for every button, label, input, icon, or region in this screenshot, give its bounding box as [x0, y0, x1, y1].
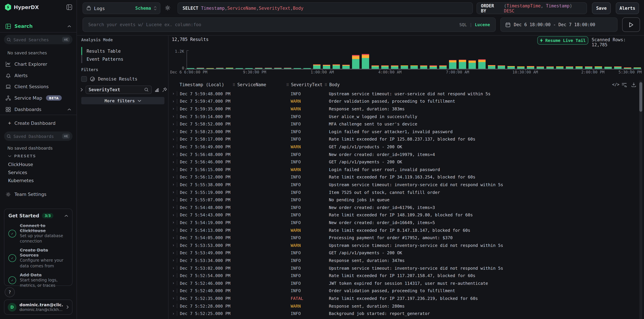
log-row[interactable]: ›Dec 7 5:59:14.000 PMINFOUser alice_w lo… [168, 113, 638, 120]
histogram-bar[interactable] [342, 65, 350, 69]
log-row[interactable]: ›Dec 7 5:56:48.000 PMINFONew order creat… [168, 151, 638, 158]
histogram-bar[interactable] [449, 60, 456, 69]
histogram[interactable] [187, 50, 641, 69]
log-row[interactable]: ›Dec 7 5:58:52.000 PMINFOMFA challenge s… [168, 120, 638, 128]
histogram-bar[interactable] [517, 66, 524, 69]
histogram-bar[interactable] [440, 66, 447, 69]
log-row[interactable]: ›Dec 7 5:59:47.000 PMWARNOrder validatio… [168, 97, 638, 105]
expand-row-icon[interactable]: › [172, 91, 174, 96]
drag-handle-icon[interactable]: ⠿ [232, 83, 235, 87]
lang-lucene[interactable]: Lucene [475, 22, 490, 27]
histogram-bar[interactable] [488, 65, 495, 69]
histogram-bar[interactable] [556, 66, 563, 69]
expand-row-icon[interactable]: › [172, 258, 174, 263]
date-range-picker[interactable]: Dec 6 18:00:00 - Dec 7 18:00:00 [500, 17, 618, 32]
histogram-bar[interactable] [575, 66, 583, 69]
sidebar-item-client-sessions[interactable]: Client Sessions [0, 81, 76, 92]
drag-handle-icon[interactable]: ⠿ [286, 83, 289, 87]
resume-live-tail-button[interactable]: Resume Live Tail [537, 36, 588, 45]
log-row[interactable]: ›Dec 7 5:53:49.000 PMINFOGET /api/v1/pay… [168, 249, 638, 257]
sidebar-item-search[interactable]: Search [0, 21, 76, 31]
expand-row-icon[interactable]: › [172, 266, 174, 270]
log-row[interactable]: ›Dec 7 5:54:48.000 PMINFONew order creat… [168, 204, 638, 211]
log-row[interactable]: ›Dec 7 5:52:28.000 PMWARNResponse sent, … [168, 302, 638, 310]
download-icon[interactable] [631, 82, 636, 87]
log-row[interactable]: ›Dec 7 5:59:35.000 PMWARNResponse sent, … [168, 105, 638, 113]
sidebar-item-alerts[interactable]: Alerts [0, 70, 76, 80]
orderby-clause-input[interactable]: ORDER BY (TimestampTime, Timestamp) DESC [476, 2, 587, 14]
get-started-item[interactable]: ✓ Connect to ClickHouse Set up your data… [8, 223, 68, 244]
scrollbar-track[interactable] [639, 80, 642, 319]
expand-row-icon[interactable]: › [172, 144, 174, 149]
log-row[interactable]: ›Dec 7 5:52:25.000 PMINFOBackground job … [168, 310, 638, 317]
denoise-checkbox[interactable] [81, 76, 87, 82]
column-header-servicename[interactable]: ⠿ServiceName [232, 82, 266, 87]
expand-row-icon[interactable]: › [172, 235, 174, 240]
saved-dashboards-input[interactable]: Saved Dashboards ⌘K [4, 131, 72, 141]
log-row[interactable]: ›Dec 7 5:56:15.000 PMWARNLogin failed fo… [168, 166, 638, 173]
expand-row-icon[interactable]: › [172, 220, 174, 225]
drag-handle-icon[interactable]: ⠿ [324, 83, 327, 87]
histogram-bar[interactable] [430, 65, 437, 69]
sidebar-item-chart-explorer[interactable]: Chart Explorer [0, 59, 76, 69]
code-view-icon[interactable]: </> [612, 82, 619, 87]
histogram-bar[interactable] [410, 65, 418, 69]
preset-kubernetes[interactable]: Kubernetes [8, 178, 34, 183]
histogram-bar[interactable] [508, 66, 515, 69]
histogram-bar[interactable] [313, 64, 320, 69]
scrollbar-thumb[interactable] [639, 82, 642, 112]
preset-services[interactable]: Services [8, 170, 27, 175]
chevron-up-icon[interactable] [68, 108, 71, 110]
chevron-up-icon[interactable] [64, 215, 68, 217]
histogram-bar[interactable] [381, 65, 388, 69]
histogram-bar[interactable] [372, 65, 379, 69]
chevron-up-icon[interactable] [68, 25, 71, 27]
sidebar-item-team-settings[interactable]: Team Settings [0, 189, 76, 199]
histogram-bar[interactable] [420, 66, 428, 69]
expand-row-icon[interactable]: › [172, 175, 174, 179]
log-row[interactable]: ›Dec 7 5:56:46.000 PMINFOGET /api/v1/pay… [168, 158, 638, 166]
preset-clickhouse[interactable]: ClickHouse [8, 162, 33, 167]
histogram-bar[interactable] [332, 64, 340, 69]
expand-row-icon[interactable]: › [172, 289, 174, 293]
expand-row-icon[interactable]: › [172, 281, 174, 286]
expand-row-icon[interactable]: › [172, 159, 174, 164]
select-clause-input[interactable]: SELECT Timestamp,ServiceName,SeverityTex… [178, 2, 473, 14]
mode-event-patterns[interactable]: Event Patterns [86, 57, 123, 62]
expand-row-icon[interactable]: › [172, 273, 174, 278]
histogram-bar[interactable] [614, 67, 622, 69]
histogram-bar[interactable] [595, 66, 602, 69]
log-row[interactable]: ›Dec 7 5:58:23.000 PMINFOLogin failed fo… [168, 128, 638, 135]
text-wrap-icon[interactable] [622, 82, 627, 87]
log-row[interactable]: ›Dec 7 5:54:13.000 PMWARNRate limit exce… [168, 226, 638, 234]
expand-row-icon[interactable]: › [172, 152, 174, 157]
log-row[interactable]: ›Dec 7 5:52:54.000 PMINFORate limit exce… [168, 272, 638, 280]
expand-row-icon[interactable]: › [172, 197, 174, 202]
histogram-bar[interactable] [498, 65, 505, 69]
create-dashboard-button[interactable]: + Create Dashboard [0, 118, 76, 128]
expand-row-icon[interactable]: › [172, 129, 174, 134]
alerts-button[interactable]: Alerts [616, 2, 639, 14]
log-row[interactable]: ›Dec 7 5:54:43.000 PMINFORate limit exce… [168, 211, 638, 219]
save-button[interactable]: Save [592, 2, 611, 14]
search-icon[interactable] [144, 87, 149, 92]
lang-sql[interactable]: SQL [459, 22, 467, 27]
log-row[interactable]: ›Dec 7 5:55:38.000 PMINFOUpstream servic… [168, 181, 638, 188]
chevron-right-icon[interactable] [80, 88, 83, 92]
bar-chart-icon[interactable] [154, 87, 160, 92]
expand-row-icon[interactable]: › [172, 251, 174, 255]
log-row[interactable]: ›Dec 7 5:53:53.000 PMWARNUpstream servic… [168, 242, 638, 249]
log-row[interactable]: ›Dec 7 5:55:07.000 PMINFONo pending jobs… [168, 196, 638, 204]
log-row[interactable]: ›Dec 7 5:52:46.000 PMINFOJWT token expir… [168, 280, 638, 287]
sidebar-item-dashboards[interactable]: Dashboards [0, 104, 76, 114]
filter-group-box[interactable]: SeverityText [86, 85, 152, 94]
expand-row-icon[interactable]: › [172, 122, 174, 126]
column-header-body[interactable]: ⠿Body [324, 82, 340, 87]
schema-link[interactable]: Schema [135, 6, 151, 11]
log-row[interactable]: ›Dec 7 5:58:17.000 PMINFORate limit exce… [168, 135, 638, 143]
log-row[interactable]: ›Dec 7 5:53:02.000 PMINFOUpstream servic… [168, 264, 638, 272]
sidebar-item-service-map[interactable]: Service Map BETA [0, 93, 76, 103]
help-button[interactable]: ? [5, 287, 15, 297]
expand-row-icon[interactable]: › [172, 106, 174, 111]
histogram-bar[interactable] [352, 55, 360, 69]
